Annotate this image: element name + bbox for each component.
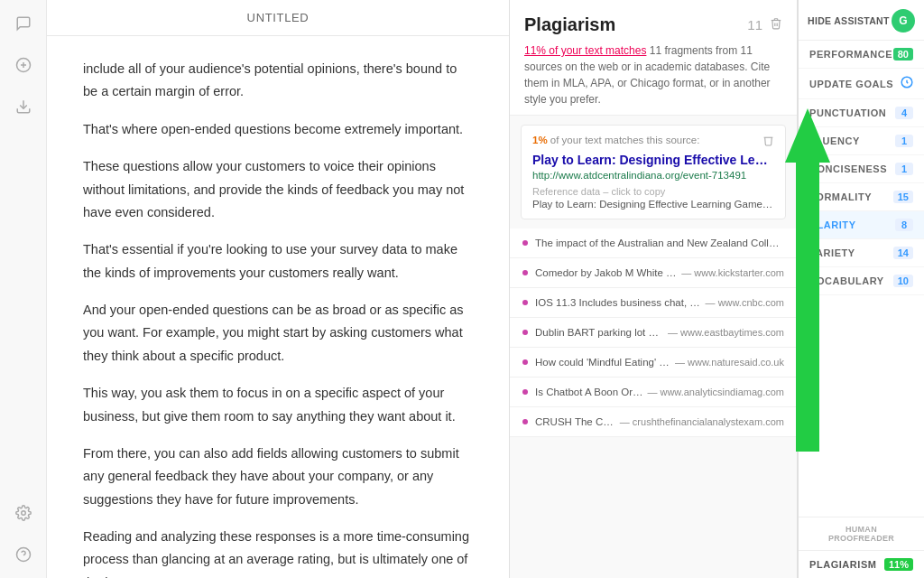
plagiarism-bottom-label: PLAGIARISM xyxy=(809,559,877,570)
metric-badge-punctuation: 4 xyxy=(895,107,913,119)
source-domain-5: — www.analyticsindiamag.com xyxy=(647,387,784,397)
panel-title: Plagiarism xyxy=(524,14,615,35)
source-list-text-1: Comedor by Jakob M White and F... xyxy=(535,267,678,278)
metric-clarity[interactable]: CLARITY 8 xyxy=(799,211,924,239)
update-goals-label: UPDATE GOALS xyxy=(809,79,893,89)
plagiarism-badge: 11% xyxy=(884,558,913,571)
update-goals-row[interactable]: UPDATE GOALS xyxy=(799,69,924,99)
source-list-text-5: Is Chatbot A Boon Or Ban... xyxy=(535,387,643,397)
performance-row[interactable]: PERFORMANCE 80 xyxy=(799,41,924,69)
source-dot-5 xyxy=(522,389,528,395)
metric-label-formality: FORMALITY xyxy=(809,191,872,202)
paragraph-7: From there, you can also add fields allo… xyxy=(83,443,473,511)
document-title: UNTITLED xyxy=(247,11,310,24)
paragraph-8: Reading and analyzing these responses is… xyxy=(83,526,473,578)
metric-badge-variety: 14 xyxy=(893,247,913,259)
metrics-list: PUNCTUATION 4 FLUENCY 1 CONCISENESS 1 FO… xyxy=(799,99,924,295)
source-title[interactable]: Play to Learn: Designing Effective Learn… xyxy=(532,153,774,167)
metric-label-clarity: CLARITY xyxy=(809,219,856,230)
help-icon[interactable] xyxy=(11,542,36,567)
source-ref-text: Play to Learn: Designing Effective Learn… xyxy=(532,199,774,210)
right-sidebar: HIDE ASSISTANT G PERFORMANCE 80 UPDATE G… xyxy=(798,0,924,578)
metric-punctuation[interactable]: PUNCTUATION 4 xyxy=(799,99,924,127)
metric-fluency[interactable]: FLUENCY 1 xyxy=(799,127,924,155)
source-list-text-4: How could 'Mindful Eating' help... xyxy=(535,357,671,368)
panel-header: Plagiarism 11 11% of your text matches 1… xyxy=(510,0,797,116)
source-list-item-4[interactable]: How could 'Mindful Eating' help... — www… xyxy=(510,348,797,378)
source-dot xyxy=(522,240,528,246)
source-list-item-6[interactable]: CRUSH The CFA Ex... — crushthefinanciala… xyxy=(510,407,797,437)
right-bottom: HUMANPROOFREADER PLAGIARISM 11% xyxy=(799,517,924,578)
source-domain-3: — www.eastbaytimes.com xyxy=(668,327,784,338)
performance-label: PERFORMANCE xyxy=(809,49,892,60)
source-list-item-5[interactable]: Is Chatbot A Boon Or Ban... — www.analyt… xyxy=(510,378,797,407)
plagiarism-panel: Plagiarism 11 11% of your text matches 1… xyxy=(509,0,798,578)
editor-topbar: UNTITLED xyxy=(47,0,509,36)
source-card[interactable]: 1% of your text matches this source: Pla… xyxy=(521,125,786,219)
hide-assistant-button[interactable]: HIDE ASSISTANT xyxy=(808,15,890,26)
paragraph-2: That's where open-ended questions become… xyxy=(83,118,473,141)
source-percent-text: 1% of your text matches this source: xyxy=(532,135,699,145)
source-dot-6 xyxy=(522,419,528,424)
metric-badge-formality: 15 xyxy=(893,191,913,203)
performance-score: 80 xyxy=(893,48,913,61)
human-proofreader-label[interactable]: HUMANPROOFREADER xyxy=(828,525,894,543)
metric-badge-conciseness: 1 xyxy=(895,163,913,175)
panel-count: 11 xyxy=(747,17,762,33)
source-ref-label: Reference data – click to copy xyxy=(532,186,774,197)
source-trash-icon[interactable] xyxy=(762,135,774,149)
metric-label-fluency: FLUENCY xyxy=(809,135,860,146)
plagiarism-highlight: 11% of your text matches xyxy=(524,44,646,57)
source-list-text-0: The impact of the Australian and New Zea… xyxy=(535,238,781,248)
source-list-text-3: Dublin BART parking lot appro... xyxy=(535,327,664,338)
update-goals-icon xyxy=(901,76,913,91)
messages-icon[interactable] xyxy=(11,11,36,36)
metric-conciseness[interactable]: CONCISENESS 1 xyxy=(799,155,924,183)
metric-label-punctuation: PUNCTUATION xyxy=(809,107,886,118)
metric-vocabulary[interactable]: VOCABULARY 10 xyxy=(799,267,924,295)
left-sidebar xyxy=(0,0,47,578)
metric-badge-fluency: 1 xyxy=(895,135,913,147)
metric-badge-vocabulary: 10 xyxy=(893,275,913,287)
download-icon[interactable] xyxy=(11,94,36,119)
source-dot-3 xyxy=(522,330,528,335)
editor-content[interactable]: include all of your audience's potential… xyxy=(47,36,509,578)
metric-label-conciseness: CONCISENESS xyxy=(809,163,887,174)
paragraph-3: These questions allow your customers to … xyxy=(83,155,473,224)
add-icon[interactable] xyxy=(11,52,36,78)
source-list: The impact of the Australian and New Zea… xyxy=(510,228,797,437)
trash-icon[interactable] xyxy=(770,17,782,33)
source-dot-1 xyxy=(522,270,528,275)
source-list-text-2: IOS 11.3 Includes business chat, here'..… xyxy=(535,297,702,308)
paragraph-1: include all of your audience's potential… xyxy=(83,58,473,104)
editor-area: UNTITLED include all of your audience's … xyxy=(47,0,509,578)
source-dot-2 xyxy=(522,300,528,305)
source-url[interactable]: http://www.atdcentralindiana.org/event-7… xyxy=(532,170,774,181)
metric-formality[interactable]: FORMALITY 15 xyxy=(799,183,924,211)
plagiarism-bottom-row[interactable]: PLAGIARISM 11% xyxy=(799,551,924,578)
source-list-item-1[interactable]: Comedor by Jakob M White and F... — www.… xyxy=(510,258,797,288)
metric-badge-clarity: 8 xyxy=(895,219,913,231)
source-list-item-0[interactable]: The impact of the Australian and New Zea… xyxy=(510,228,797,258)
source-list-item-3[interactable]: Dublin BART parking lot appro... — www.e… xyxy=(510,318,797,348)
source-percent: 1% xyxy=(532,135,548,145)
source-domain-4: — www.naturesaid.co.uk xyxy=(675,357,784,368)
paragraph-6: This way, you ask them to focus in on a … xyxy=(83,382,473,428)
source-domain-6: — crushthefinancialanalystexam.com xyxy=(620,416,784,427)
source-list-text-6: CRUSH The CFA Ex... xyxy=(535,416,616,427)
source-dot-4 xyxy=(522,359,528,365)
source-domain-2: — www.cnbc.com xyxy=(706,297,784,308)
settings-icon[interactable] xyxy=(11,500,36,526)
metric-variety[interactable]: VARIETY 14 xyxy=(799,239,924,267)
paragraph-4: That's essential if you're looking to us… xyxy=(83,238,473,284)
user-avatar[interactable]: G xyxy=(892,9,915,33)
metric-label-vocabulary: VOCABULARY xyxy=(809,275,884,286)
panel-description: 11% of your text matches 11 fragments fr… xyxy=(524,42,782,107)
source-domain-1: — www.kickstarter.com xyxy=(681,267,784,278)
right-top-bar: HIDE ASSISTANT G xyxy=(799,0,924,41)
panel-title-right: 11 xyxy=(747,17,782,33)
paragraph-5: And your open-ended questions can be as … xyxy=(83,299,473,368)
source-list-item-2[interactable]: IOS 11.3 Includes business chat, here'..… xyxy=(510,288,797,318)
bottom-icons-row: HUMANPROOFREADER xyxy=(799,517,924,551)
metric-label-variety: VARIETY xyxy=(809,247,855,258)
